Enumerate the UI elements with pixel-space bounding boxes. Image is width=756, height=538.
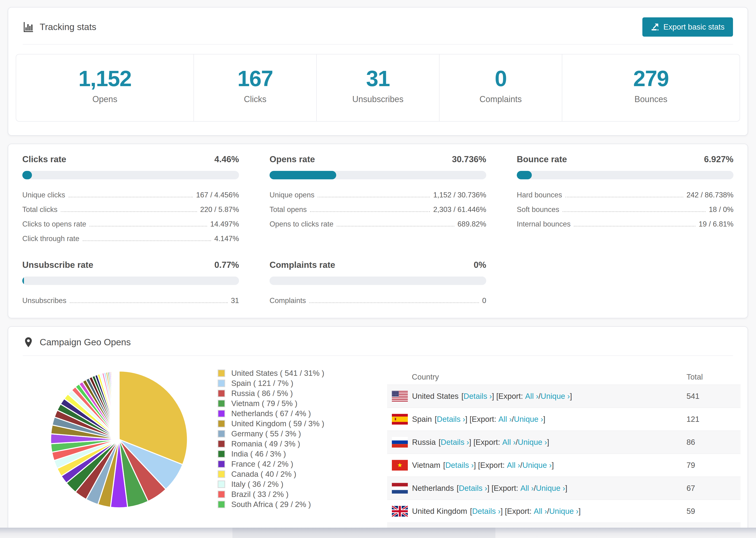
rate-title: Opens rate [270,154,315,164]
legend-color-swatch [218,430,225,438]
rate-row-value: 2,303 / 61.446% [433,205,486,214]
legend-color-swatch [218,420,225,427]
rate-detail-row: Total clicks 220 / 5.87% [22,202,239,217]
table-row: Netherlands [Details ›] [Export: All › /… [387,476,740,500]
legend-color-swatch [218,369,225,377]
rate-row-label: Internal bounces [517,220,570,228]
stat-label: Clicks [194,94,316,104]
stat-summary-cell: 167 Clicks [193,54,316,121]
tracking-stats-card: Tracking stats Export basic stats 1,152 … [8,7,748,136]
rate-title: Unsubscribe rate [22,260,93,270]
rate-rows: Unsubscribes 31 [22,294,239,308]
rate-detail-row: Unique clicks 167 / 4.456% [22,188,239,202]
export-all-link[interactable]: All › [534,507,547,516]
export-basic-stats-button[interactable]: Export basic stats [642,17,733,37]
rate-block: Complaints rate 0% Complaints 0 [270,260,486,308]
country-column-header: Country [387,372,686,381]
rate-detail-row: Soft bounces 18 / 0% [517,202,733,217]
export-unique-link[interactable]: Unique › [522,461,552,470]
rate-progress-bar [517,171,733,179]
rate-block: Opens rate 30.736% Unique opens 1,152 / … [270,154,486,246]
rate-row-label: Complaints [270,296,306,305]
dotted-leader [337,226,454,227]
rate-row-value: 4.147% [214,235,239,243]
stat-label: Bounces [562,94,739,104]
rate-block: Clicks rate 4.46% Unique clicks 167 / 4.… [22,154,239,246]
legend-color-swatch [218,410,225,417]
stat-summary-cell: 279 Bounces [562,54,739,121]
details-link[interactable]: Details › [445,461,474,470]
legend-item: Vietnam ( 79 / 5% ) [218,398,349,408]
country-name: United States [412,392,459,401]
export-all-link[interactable]: All › [499,415,512,424]
legend-color-swatch [218,480,225,488]
rate-row-label: Unsubscribes [22,296,67,305]
legend-item: Italy ( 36 / 2% ) [218,479,349,489]
rate-block: Unsubscribe rate 0.77% Unsubscribes 31 [22,260,239,308]
legend-label: Canada ( 40 / 2% ) [231,470,296,479]
bottom-scroll-bar[interactable] [233,528,495,538]
rate-progress-fill [517,171,532,179]
legend-item: South Africa ( 29 / 2% ) [218,499,349,510]
details-link[interactable]: Details › [441,438,469,447]
legend-color-swatch [218,501,225,508]
table-row: United Kingdom [Details ›] [Export: All … [387,500,740,522]
rate-value: 4.46% [214,154,239,164]
rate-row-value: 1,152 / 30.736% [433,191,486,199]
country-flag-icon [392,460,408,471]
legend-item: United States ( 541 / 31% ) [218,368,349,378]
export-unique-link[interactable]: Unique › [536,484,565,493]
rate-progress-bar [22,277,239,285]
export-unique-link[interactable]: Unique › [549,507,578,516]
legend-label: United Kingdom ( 59 / 3% ) [231,419,324,428]
rate-row-value: 14.497% [210,220,239,228]
country-total: 541 [686,392,740,401]
page-bottom-band [0,528,756,538]
rate-value: 6.927% [704,154,734,164]
rate-row-value: 31 [231,296,239,305]
export-all-link[interactable]: All › [507,461,520,470]
rates-grid: Clicks rate 4.46% Unique clicks 167 / 4.… [8,144,747,308]
legend-item: India ( 46 / 3% ) [218,449,349,459]
legend-item: Russia ( 86 / 5% ) [218,388,349,398]
details-link[interactable]: Details › [472,507,501,516]
stat-value: 1,152 [16,68,193,90]
rate-value: 0% [474,260,486,270]
total-column-header: Total [686,372,740,381]
country-flag-icon [392,483,408,494]
rate-row-label: Hard bounces [517,191,562,199]
rate-rows: Hard bounces 242 / 86.738% Soft bounces … [517,188,733,232]
legend-color-swatch [218,390,225,397]
details-link[interactable]: Details › [459,484,487,493]
export-all-link[interactable]: All › [525,392,539,401]
rate-progress-bar [270,171,486,179]
rate-detail-row: Total opens 2,303 / 61.446% [270,202,486,217]
export-all-link[interactable]: All › [520,484,534,493]
table-row: Vietnam [Details ›] [Export: All › / Uni… [387,454,740,476]
legend-label: Russia ( 86 / 5% ) [231,389,293,398]
geo-pie-chart[interactable] [46,367,192,512]
legend-item: France ( 42 / 2% ) [218,459,349,469]
export-label: Export: [494,484,518,493]
details-link[interactable]: Details › [463,392,492,401]
export-unique-link[interactable]: Unique › [541,392,570,401]
rate-detail-row: Unique opens 1,152 / 30.736% [270,188,486,202]
export-unique-link[interactable]: Unique › [518,438,547,447]
legend-color-swatch [218,400,225,407]
details-link[interactable]: Details › [437,415,465,424]
rate-rows: Unique opens 1,152 / 30.736% Total opens… [270,188,486,232]
map-pin-icon [23,337,34,348]
rate-row-value: 167 / 4.456% [196,191,239,199]
dotted-leader [82,241,211,241]
rate-row-value: 18 / 0% [709,205,733,214]
rate-rows: Complaints 0 [270,294,486,308]
stat-summary-cell: 1,152 Opens [16,54,193,121]
stat-label: Unsubscribes [317,94,439,104]
rate-row-value: 19 / 6.81% [699,220,733,228]
export-unique-link[interactable]: Unique › [514,415,543,424]
legend-item: Romania ( 49 / 3% ) [218,439,349,449]
country-name: Spain [412,415,432,424]
stat-label: Complaints [440,94,562,104]
rate-row-value: 689.82% [458,220,486,228]
export-all-link[interactable]: All › [502,438,515,447]
